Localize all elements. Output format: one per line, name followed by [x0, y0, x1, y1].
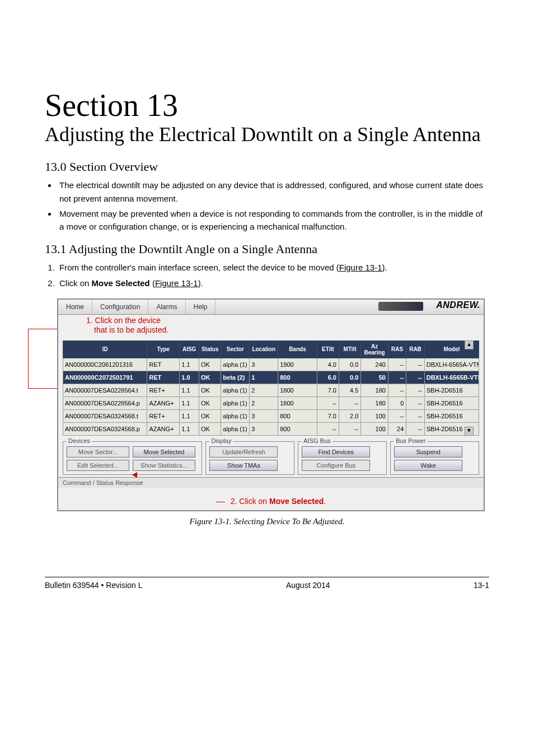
panel-bus-power: Bus Power Suspend Wake — [390, 441, 479, 475]
footer-center: August 2014 — [286, 581, 330, 590]
menu-configuration[interactable]: Configuration — [92, 300, 148, 314]
cell-bands: 800 — [278, 409, 317, 422]
table-row[interactable]: AN000000C2072501791RET1.0OKbeta (2)18006… — [63, 371, 479, 384]
cell-id: AN000007DESA0324568.t — [63, 409, 147, 422]
cell-ras: -- — [388, 409, 406, 422]
col-ras[interactable]: RAS — [388, 340, 406, 358]
cell-bands: 800 — [278, 422, 317, 435]
col-bands[interactable]: Bands — [278, 340, 317, 358]
step-text: ). — [382, 263, 387, 272]
col-status[interactable]: Status — [199, 340, 221, 358]
configure-bus-button[interactable]: Configure Bus — [302, 460, 370, 471]
col-type[interactable]: Type — [147, 340, 180, 358]
footer-right: 13-1 — [474, 581, 489, 590]
menu-alarms[interactable]: Alarms — [148, 300, 185, 314]
cell-status: OK — [199, 371, 221, 384]
cell-az: 180 — [361, 396, 388, 409]
callout-line: that is to be adjusted. — [86, 325, 168, 335]
callout-dash-icon — [216, 502, 225, 502]
callout-connector — [28, 329, 29, 388]
overview-bullets: The electrical downtilt may be adjusted … — [45, 179, 489, 233]
cell-ras: -- — [388, 358, 406, 371]
table-row[interactable]: AN000007DESA0324568.pAZANG+1.1OKalpha (1… — [63, 422, 479, 435]
figure-link[interactable]: Figure 13-1 — [339, 263, 382, 272]
col-location[interactable]: Location — [250, 340, 278, 358]
table-row[interactable]: AN000007DESA0324568.tRET+1.1OKalpha (1)3… — [63, 409, 479, 422]
panel-display: Display Update/Refresh Show TMAs — [205, 441, 294, 475]
step-text: Click on — [59, 278, 92, 288]
overview-title: 13.0 Section Overview — [45, 160, 489, 174]
cell-model: SBH-2D6516 — [424, 384, 479, 396]
step-bold: Move Selected — [92, 278, 150, 288]
section-title: Section 13 — [45, 90, 489, 121]
callout-top: 1. Click on the device that is to be adj… — [86, 316, 168, 335]
figure-link[interactable]: Figure 13-1 — [155, 278, 198, 288]
cell-sector: alpha (1) — [221, 396, 250, 409]
move-selected-button[interactable]: Move Selected — [133, 446, 195, 458]
cell-location: 2 — [250, 384, 278, 396]
col-rab[interactable]: RAB — [406, 340, 424, 358]
wake-button[interactable]: Wake — [394, 460, 462, 471]
edit-selected-button[interactable]: Edit Selected... — [67, 460, 129, 471]
table-row[interactable]: AN000007DESA0228564.tRET+1.1OKalpha (1)2… — [63, 384, 479, 396]
scroll-up-icon[interactable]: ▲ — [465, 340, 474, 349]
application-window: Home Configuration Alarms Help ANDREW. 1… — [57, 298, 485, 511]
col-aisg[interactable]: AISG — [180, 340, 199, 358]
cell-type: RET+ — [147, 384, 180, 396]
panel-label: AISG Bus — [302, 437, 332, 444]
cell-mtilt: 0.0 — [339, 371, 360, 384]
move-sector-button[interactable]: Move Sector... — [67, 446, 129, 458]
callout-arrow-icon — [132, 472, 137, 478]
scroll-down-icon[interactable]: ▼ — [465, 427, 474, 436]
cell-status: OK — [199, 396, 221, 409]
menu-home[interactable]: Home — [58, 300, 92, 314]
cell-rab: -- — [406, 422, 424, 435]
cell-status: OK — [199, 409, 221, 422]
col-etilt[interactable]: ETilt — [317, 340, 339, 358]
step-text: From the controller's main interface scr… — [59, 263, 339, 272]
cell-rab: -- — [406, 384, 424, 396]
panel-label: Bus Power — [394, 437, 427, 444]
cell-sector: beta (2) — [221, 371, 250, 384]
table-header-row: ID Type AISG Status Sector Location Band… — [63, 340, 479, 358]
cell-model: DBXLH-6565B-VTM-HI — [424, 371, 479, 384]
cell-aisg: 1.1 — [180, 396, 199, 409]
cell-ras: 24 — [388, 422, 406, 435]
cell-aisg: 1.0 — [180, 371, 199, 384]
update-refresh-button[interactable]: Update/Refresh — [209, 446, 278, 458]
col-mtilt[interactable]: MTilt — [339, 340, 360, 358]
show-tmas-button[interactable]: Show TMAs — [209, 460, 278, 471]
overview-bullet: The electrical downtilt may be adjusted … — [57, 179, 489, 205]
suspend-button[interactable]: Suspend — [394, 446, 462, 458]
cell-ras: -- — [388, 371, 406, 384]
cell-mtilt: 4.5 — [339, 384, 360, 396]
cell-rab: -- — [406, 396, 424, 409]
procedure-title: 13.1 Adjusting the Downtilt Angle on a S… — [45, 242, 489, 256]
overview-bullet: Movement may be prevented when a device … — [57, 207, 489, 234]
cell-az: 180 — [361, 384, 388, 396]
cell-model: SBH-2D6516 — [424, 396, 479, 409]
col-sector[interactable]: Sector — [221, 340, 250, 358]
cell-id: AN000007DESA0228564.p — [63, 396, 147, 409]
device-table: ID Type AISG Status Sector Location Band… — [63, 340, 479, 436]
show-statistics-button[interactable]: Show Statistics... — [133, 460, 195, 471]
cell-rab: -- — [406, 409, 424, 422]
menu-help[interactable]: Help — [186, 300, 216, 314]
cell-type: AZANG+ — [147, 396, 180, 409]
cell-id: AN000007DESA0324568.p — [63, 422, 147, 435]
cell-aisg: 1.1 — [180, 358, 199, 371]
cell-id: AN000000C2072501791 — [63, 371, 147, 384]
table-row[interactable]: AN000007DESA0228564.pAZANG+1.1OKalpha (1… — [63, 396, 479, 409]
cell-ras: -- — [388, 384, 406, 396]
cell-location: 2 — [250, 396, 278, 409]
cell-sector: alpha (1) — [221, 409, 250, 422]
cell-sector: alpha (1) — [221, 384, 250, 396]
panel-label: Display — [209, 437, 233, 444]
col-id[interactable]: ID — [63, 340, 147, 358]
find-devices-button[interactable]: Find Devices — [302, 446, 370, 458]
table-row[interactable]: AN000000C2061201316RET1.1OKalpha (1)3190… — [63, 358, 479, 371]
cell-type: AZANG+ — [147, 422, 180, 435]
cell-aisg: 1.1 — [180, 384, 199, 396]
cell-etilt: 7.0 — [317, 384, 339, 396]
col-azbearing[interactable]: Az Bearing — [361, 340, 388, 358]
